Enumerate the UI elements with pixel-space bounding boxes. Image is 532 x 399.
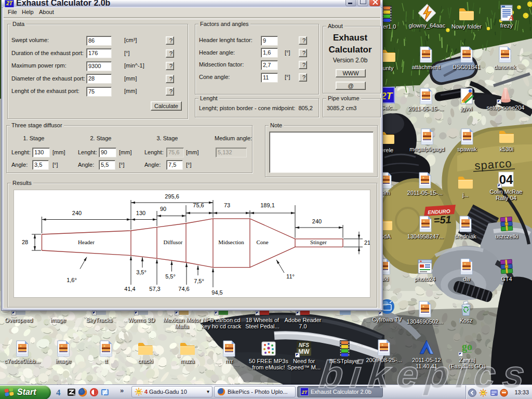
desktop-icon-2009-08-25-[interactable]: 2009-08-25-... xyxy=(363,339,405,363)
data-row-label-4: Lenght of the exhaust port: xyxy=(11,88,79,94)
shortcut-arrow-icon xyxy=(134,311,139,315)
menu-item-help[interactable]: Help xyxy=(22,9,34,15)
desktop-icon-rrrr[interactable]: rrrr xyxy=(208,340,250,364)
factor-row-help-button-1[interactable]: ? xyxy=(299,49,307,57)
stage-angle-input-0[interactable]: 3,5 xyxy=(32,160,49,170)
desktop-icon-worms-3d[interactable]: Worms 3D xyxy=(120,310,163,323)
dim-label-3: 295,6 xyxy=(165,193,179,200)
minimize-button[interactable] xyxy=(345,0,356,6)
quick-ie-icon[interactable] xyxy=(100,388,110,397)
start-button[interactable]: Start xyxy=(0,385,51,399)
stage-angle-input-2[interactable]: 7,5 xyxy=(166,160,183,170)
desktop-icon-2011-05-15-[interactable]: 2011-05-15-... xyxy=(404,171,446,196)
desktop-icon-spawak[interactable]: spawak xyxy=(446,128,488,152)
data-row-help-button-2[interactable]: ? xyxy=(166,62,174,70)
desktop-icon--redniak[interactable]: średniak xyxy=(444,215,487,240)
desktop-icon-megafp9gagd[interactable]: megafp9gagd xyxy=(406,128,448,152)
factor-row-input-1[interactable]: 1,6 xyxy=(261,48,278,58)
desktop-icon-need-for-speed-m-[interactable]: NFSMWNeed for Speed™ M... xyxy=(283,340,325,370)
desktop-icon-nowy-folder[interactable]: Nowy folder xyxy=(445,5,488,30)
factor-row-help-button-3[interactable]: ? xyxy=(299,73,307,82)
desktop-icon-bestplayer[interactable]: BESTplayer xyxy=(323,340,366,364)
desktop-icon-photo24[interactable]: photo24 xyxy=(404,258,446,282)
svg-text:A: A xyxy=(509,14,514,22)
desktop-icon-tt[interactable]: tt xyxy=(85,340,127,364)
data-row-input-4[interactable]: 75 xyxy=(86,87,112,97)
quick-zoner-icon[interactable] xyxy=(67,388,76,397)
desktop-icon-image[interactable]: image xyxy=(42,340,85,364)
desktop-icon-skytracks[interactable]: SkyTracks xyxy=(78,310,121,323)
desktop-icon-image[interactable]: image xyxy=(37,310,79,323)
desktop-icon-j-[interactable]: j... xyxy=(444,174,487,198)
stage-length-input-1[interactable]: 90 xyxy=(99,148,116,157)
menu-item-about[interactable]: About xyxy=(39,9,54,15)
quick-launch-chevron[interactable]: » xyxy=(120,387,124,394)
desktop-icon-danonek[interactable]: danonek xyxy=(484,46,526,70)
desktop-icon-dw[interactable]: dw xyxy=(445,258,488,282)
tray-hide-chevron-icon[interactable] xyxy=(468,389,476,397)
task-button-bikepics-photo-uplo-[interactable]: BikePics - Photo Uplo... xyxy=(214,386,296,397)
desktop-icon-colin-mcrae-rally-04[interactable]: 04Colin McRae Rally 04 xyxy=(485,170,527,201)
menu-item-file[interactable]: File xyxy=(8,9,17,15)
desktop-icon-18-wheels-of-steel-pedal-[interactable]: 18 Wheels of Steel Pedal... xyxy=(241,310,284,329)
quick-opera-icon[interactable] xyxy=(89,388,99,397)
desktop-icon-dsc01841[interactable]: DSC01841 xyxy=(445,46,488,70)
dim-arrow-right-7 xyxy=(339,227,343,229)
task-dropdown-arrow[interactable]: ▾ xyxy=(207,389,209,394)
desktop-icon-setup-cone204[interactable]: setup-cone204 xyxy=(484,86,527,111)
desktop-icon-nfs-carbon-cd-key-ho-cd-crack[interactable]: NFS carbon cd key ho cd crack xyxy=(200,310,243,329)
tray-gadu-sun-icon[interactable] xyxy=(479,389,487,397)
tray-blue-app-icon[interactable] xyxy=(490,389,498,397)
window-titlebar[interactable]: 2T Exhaust Calculator 2.0b xyxy=(2,0,382,8)
stage-angle-input-1[interactable]: 5,5 xyxy=(99,160,115,170)
desktop-icon-zagraj-easybits-go-[interactable]: goZagraj (EasyBits GO) xyxy=(446,339,488,369)
calculate-button[interactable]: Calculate xyxy=(151,101,182,111)
desktop-icon-unnamed-51[interactable] xyxy=(323,310,365,317)
www-button[interactable]: WWW xyxy=(336,69,366,77)
desktop-icon-mexican-motor-mafia[interactable]: Mexican Motor Mafia xyxy=(161,310,203,329)
icon-folder xyxy=(179,340,196,357)
data-row-help-button-1[interactable]: ? xyxy=(166,49,174,58)
desktop-icon-adobe-reader-7-0[interactable]: Adobe Reader 7.0 xyxy=(282,310,324,329)
data-row-input-2[interactable]: 9300 xyxy=(86,61,112,71)
quick-firefox-icon[interactable] xyxy=(78,388,87,397)
data-row-help-button-0[interactable]: ? xyxy=(166,36,174,45)
data-row-input-1[interactable]: 176 xyxy=(86,48,112,58)
desktop-icon-kosz[interactable]: Kosz xyxy=(445,299,487,324)
desktop-icon-2011-05-12-11-40-41[interactable]: 2011-05-12 11.40.41 xyxy=(405,339,448,369)
data-row-input-0[interactable]: 86 xyxy=(86,36,112,46)
data-row-input-3[interactable]: 28 xyxy=(86,74,112,84)
desktop-icon-2011-05-15-[interactable]: 2011-05-15-... xyxy=(405,87,447,112)
desktop-icon-frezy[interactable]: Afrezy xyxy=(485,4,528,29)
task-button-gadu-gadu-10[interactable]: 4Gadu-Gadu 10▾ xyxy=(131,386,212,397)
desktop-icon-attachment[interactable]: attachment xyxy=(405,46,447,70)
desktop-icon-1304958247-[interactable]: 1304958247... xyxy=(404,215,447,240)
task-button-exhaust-calculator-2-0b[interactable]: 2TExhaust Calculator 2.0b xyxy=(297,386,383,397)
desktop-icon-label: DSC01841 xyxy=(445,64,488,70)
maximize-button[interactable] xyxy=(357,0,368,6)
email-button[interactable]: @ xyxy=(336,82,366,90)
quick-4-icon[interactable]: 4 xyxy=(56,388,65,397)
tray-orange-ball-icon[interactable] xyxy=(500,389,508,397)
data-row-help-button-4[interactable]: ? xyxy=(166,87,174,96)
desktop-icon-k530i[interactable]: k530i xyxy=(485,128,528,152)
factor-row-input-0[interactable]: 9 xyxy=(261,36,278,46)
desktop-icon-overspeed[interactable]: Overspeed xyxy=(0,310,40,323)
close-button[interactable] xyxy=(369,0,380,6)
desktop-icon-jgvvi[interactable]: jgvvi xyxy=(445,87,488,112)
desktop-icon-muza[interactable]: muza xyxy=(166,340,209,364)
desktop-icon-1304690502-[interactable]: 1304690502... xyxy=(404,300,446,325)
data-row-help-button-3[interactable]: ? xyxy=(166,75,174,83)
desktop-icon-cracki[interactable]: cracki xyxy=(124,340,167,364)
factor-row-help-button-2[interactable]: ? xyxy=(299,61,307,69)
desktop-icon-c7edce0abb-[interactable]: c7edce0abb... xyxy=(1,340,44,364)
factor-row-help-button-0[interactable]: ? xyxy=(299,36,307,45)
stage-length-input-0[interactable]: 130 xyxy=(32,148,50,157)
factor-row-input-2[interactable]: 2,7 xyxy=(261,60,278,70)
factor-row-input-3[interactable]: 11 xyxy=(261,73,278,83)
icon-winrar xyxy=(498,258,515,275)
note-textarea[interactable] xyxy=(269,131,374,173)
desktop-icon-glowny-64aac[interactable]: glowny_64aac xyxy=(406,4,448,29)
desktop-icon-uszczelki[interactable]: uszczelki xyxy=(485,215,528,240)
desktop-icon-gt4[interactable]: GT4 xyxy=(485,258,528,282)
